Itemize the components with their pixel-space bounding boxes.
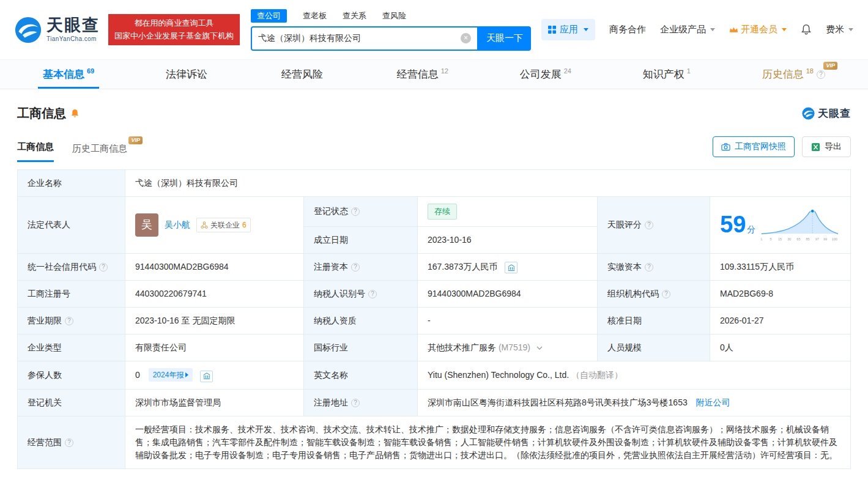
table-row: 企业类型 有限责任公司 国标行业 其他技术推广服务 (M7519) 人员规模 0…	[18, 335, 851, 361]
top-header: 天眼查 TianYanCha.com 都在用的商业查询工具 国家中小企业发展子基…	[0, 0, 868, 59]
svg-text:30: 30	[787, 237, 791, 240]
official-snapshot-button[interactable]: 工商官网快照	[713, 136, 795, 157]
nav-enterprise-products[interactable]: 企业级产品	[660, 24, 715, 35]
graph-icon	[201, 221, 208, 229]
nav-vip-upgrade[interactable]: 开通会员	[729, 24, 787, 35]
subtab-business-info[interactable]: 工商信息	[17, 141, 54, 162]
vip-badge: VIP	[128, 136, 143, 144]
search-input[interactable]	[258, 34, 461, 43]
tianyancha-watermark: 天眼查	[802, 106, 851, 120]
nav-business-cooperation[interactable]: 商务合作	[609, 24, 646, 35]
excel-icon	[811, 142, 820, 152]
paid-capital-value: 109.33115万人民币	[710, 253, 851, 281]
tab-operation-risk[interactable]: 经营风险	[276, 60, 330, 89]
nearby-companies-link[interactable]: 附近公司	[696, 397, 730, 407]
user-menu[interactable]: 费米	[826, 24, 853, 35]
help-icon[interactable]	[368, 290, 377, 298]
help-icon[interactable]	[65, 317, 73, 325]
help-icon[interactable]	[65, 438, 73, 447]
score-cell[interactable]: 59分 1 5 15 30 65 85 97 99	[710, 197, 851, 254]
apps-menu[interactable]: 应用	[541, 19, 595, 40]
svg-text:1: 1	[760, 237, 762, 240]
help-icon[interactable]	[645, 263, 653, 272]
org-code-label: 组织机构代码	[598, 281, 710, 308]
help-icon[interactable]	[817, 70, 825, 79]
help-icon[interactable]	[645, 221, 653, 229]
help-icon[interactable]	[351, 399, 360, 407]
annual-report-badge[interactable]: 2024年报	[149, 368, 193, 382]
staff-scale-value: 0人	[710, 335, 851, 361]
search-tab-company[interactable]: 查公司	[251, 9, 287, 23]
establish-date-value: 2023-10-16	[418, 226, 598, 253]
english-name-label: 英文名称	[304, 361, 418, 390]
reg-capital-value: 167.3873万人民币	[418, 253, 598, 281]
bank-icon	[507, 264, 516, 272]
tab-company-development[interactable]: 公司发展24	[515, 60, 576, 89]
table-row: 工商注册号 440300220679741 纳税人识别号 91440300MAD…	[18, 281, 851, 308]
svg-text:97: 97	[815, 237, 819, 240]
taxpayer-quality-label: 纳税人资质	[304, 308, 418, 335]
subtab-history-business-info[interactable]: VIP 历史工商信息	[72, 143, 127, 162]
secondary-tab-bar: 工商信息 VIP 历史工商信息 工商官网快照 导出	[17, 136, 851, 162]
tab-basic-info[interactable]: 基本信息69	[38, 60, 99, 89]
brand-name: 天眼查	[46, 17, 100, 34]
help-icon[interactable]	[351, 207, 360, 216]
company-name-value: 弋途（深圳）科技有限公司	[125, 170, 851, 197]
chevron-down-icon	[710, 28, 715, 31]
notifications-bell-icon[interactable]	[801, 24, 812, 35]
tab-operation-info[interactable]: 经营信息12	[392, 60, 453, 89]
slogan-line2: 国家中小企业发展子基金旗下机构	[114, 30, 234, 43]
export-button[interactable]: 导出	[802, 136, 851, 157]
insured-num-label: 参保人数	[18, 361, 125, 390]
site-logo[interactable]: 天眼查 TianYanCha.com	[15, 17, 100, 43]
clear-search-icon[interactable]	[461, 33, 471, 43]
section-title: 工商信息	[17, 105, 66, 122]
tab-legal-proceedings[interactable]: 法律诉讼	[161, 60, 215, 89]
tianyancha-logo-icon	[802, 107, 815, 120]
related-companies-badge[interactable]: 关联企业 6	[196, 218, 251, 232]
taxpayer-quality-value: -	[418, 308, 598, 335]
apps-label: 应用	[560, 24, 578, 35]
scope-value: 一般经营项目：技术服务、技术开发、技术咨询、技术交流、技术转让、技术推广；数据处…	[125, 416, 851, 468]
tianyancha-logo-icon	[15, 17, 42, 43]
reg-org-label: 登记机关	[18, 389, 125, 416]
subscribe-bell-icon[interactable]	[70, 109, 80, 119]
help-icon[interactable]	[351, 263, 360, 272]
org-code-value: MAD2BG69-8	[710, 281, 851, 308]
chevron-down-icon	[782, 28, 787, 31]
svg-text:100: 100	[832, 237, 837, 240]
capital-evaluate-icon[interactable]	[505, 262, 517, 273]
insured-detail-icon[interactable]	[200, 371, 213, 382]
search-button[interactable]: 天眼一下	[478, 26, 531, 51]
legal-rep-link[interactable]: 吴小航	[165, 218, 190, 231]
chevron-down-icon	[848, 28, 853, 31]
industry-label: 国标行业	[304, 335, 418, 361]
search-tab-boss[interactable]: 查老板	[303, 10, 327, 21]
search-tab-relation[interactable]: 查关系	[343, 10, 366, 21]
search-tab-risk[interactable]: 查风险	[382, 10, 406, 21]
score-label: 天眼评分	[598, 197, 710, 254]
tab-history-info[interactable]: VIP 历史信息18	[757, 60, 830, 89]
table-row: 登记机关 深圳市市场监督管理局 注册地址 深圳市南山区粤海街道科技园社区科苑路8…	[18, 389, 851, 416]
business-info-table: 企业名称 弋途（深圳）科技有限公司 法定代表人 吴 吴小航 关联	[17, 169, 851, 469]
svg-text:65: 65	[797, 237, 801, 240]
chevron-down-icon[interactable]	[536, 346, 543, 350]
help-icon[interactable]	[99, 263, 108, 272]
search-box[interactable]	[251, 26, 478, 51]
legal-rep-avatar[interactable]: 吴	[135, 213, 158, 237]
svg-text:15: 15	[778, 237, 782, 240]
staff-scale-label: 人员规模	[598, 335, 710, 361]
help-icon[interactable]	[662, 290, 670, 298]
address-value: 深圳市南山区粤海街道科技园社区科苑路8号讯美科技广场3号楼1653 附近公司	[418, 389, 851, 416]
tab-intellectual-property[interactable]: 知识产权1	[638, 60, 696, 89]
establish-date-label: 成立日期	[304, 226, 418, 253]
credit-code-label: 统一社会信用代码	[18, 253, 125, 281]
auto-translate-note: （自动翻译）	[571, 370, 623, 380]
reg-status-label: 登记状态	[304, 197, 418, 227]
svg-text:99: 99	[823, 237, 827, 240]
search-area: 查公司 查老板 查关系 查风险 天眼一下	[251, 9, 531, 51]
taxpayer-no-label: 纳税人识别号	[304, 281, 418, 308]
reg-org-value: 深圳市市场监督管理局	[125, 389, 304, 416]
reg-status-value: 存续	[418, 197, 598, 227]
table-actions: 工商官网快照 导出	[713, 136, 851, 162]
